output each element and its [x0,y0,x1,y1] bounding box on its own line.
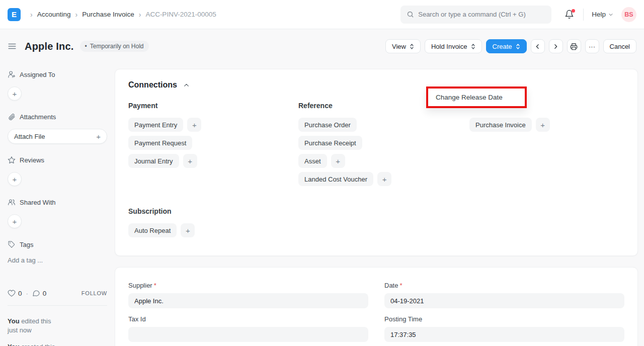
chevron-down-icon [608,12,613,17]
breadcrumb-accounting[interactable]: Accounting [37,11,71,18]
search-input[interactable] [418,11,545,18]
posting-time-label: Posting Time [384,315,422,323]
tag-icon [8,240,16,248]
supplier-field: Supplier* [128,282,368,308]
attach-file-label: Attach File [14,133,45,140]
payment-request-link[interactable]: Payment Request [128,136,192,150]
search-icon [407,11,414,18]
view-button[interactable]: View [385,39,421,53]
change-release-date-menu-item[interactable]: Change Release Date [428,94,525,101]
form-grid: Supplier* Tax Id Due Date [128,282,624,346]
global-search[interactable] [400,6,551,24]
assigned-to-section: Assigned To + [8,70,107,101]
connections-section-toggle[interactable]: Connections [128,80,624,90]
form-column-left: Supplier* Tax Id Due Date [128,282,368,346]
created-history-entry: You created this 16 minutes ago [8,342,107,346]
connections-grid: Payment Payment Entry + Payment Request … [128,102,624,190]
auto-repeat-link[interactable]: Auto Repeat [128,223,177,237]
follow-button[interactable]: FOLLOW [82,290,107,296]
printer-icon [570,43,578,50]
chevron-right-icon: › [139,11,141,19]
chevron-right-icon [552,43,559,50]
add-share-button[interactable]: + [8,214,22,228]
users-icon [8,198,16,206]
history-action: created this [21,343,55,346]
ellipsis-icon: ··· [589,43,595,50]
select-chevrons-icon [410,43,414,50]
asset-link[interactable]: Asset [298,154,327,168]
page-body: Apple Inc. • Temporarily on Hold View Ho… [0,29,644,346]
comment-icon[interactable] [32,289,40,297]
reviews-label: Reviews [20,156,44,164]
attachments-section: Attachments Attach File + [8,113,107,144]
print-button[interactable] [567,39,581,53]
journal-entry-plus-button[interactable]: + [183,154,197,168]
heart-icon[interactable] [8,289,16,297]
add-tag-input[interactable]: Add a tag ... [8,256,107,264]
journal-entry-link[interactable]: Journal Entry [128,154,179,168]
payment-entry-plus-button[interactable]: + [187,118,201,132]
create-button[interactable]: Create [486,39,527,53]
divider [8,305,107,306]
content-row: Assigned To + Attachments Attach File + … [0,60,644,346]
chevron-up-icon [183,82,190,89]
supplier-input[interactable] [128,293,368,308]
invoice-details-card: Supplier* Tax Id Due Date [115,267,638,346]
asset-plus-button[interactable]: + [331,154,345,168]
edited-history-entry: You edited this just now [8,317,107,335]
purchase-receipt-link[interactable]: Purchase Receipt [298,136,362,150]
posting-time-input[interactable] [384,327,624,342]
next-document-button[interactable] [549,39,563,53]
plus-icon: + [96,132,101,141]
add-review-button[interactable]: + [8,172,22,186]
posting-time-field: Posting Time America/Adak [384,315,624,346]
payment-entry-link[interactable]: Payment Entry [128,118,183,132]
add-assignment-button[interactable]: + [8,86,22,101]
erpnext-logo-icon[interactable]: E [8,8,21,21]
purchase-invoice-link[interactable]: Purchase Invoice [469,118,532,132]
required-asterisk: * [399,282,402,289]
date-input[interactable] [384,293,624,308]
help-menu[interactable]: Help [592,11,613,18]
create-label: Create [493,43,512,50]
menu-ellipsis-button[interactable]: ··· [585,39,599,53]
attach-file-button[interactable]: Attach File + [8,129,107,144]
comments-count: 0 [43,290,47,297]
payment-group: Payment Payment Entry + Payment Request … [128,102,298,190]
select-chevrons-icon [516,43,520,50]
reviews-section: Reviews + [8,156,107,186]
view-label: View [392,43,406,50]
purchase-invoice-plus-button[interactable]: + [536,118,550,132]
notifications-button[interactable] [565,10,574,19]
breadcrumb-purchase-invoice[interactable]: Purchase Invoice [82,11,134,18]
cancel-label: Cancel [610,43,630,50]
history-action: edited this [21,317,51,325]
form-sidebar: Assigned To + Attachments Attach File + … [0,60,107,346]
required-asterisk: * [154,282,156,289]
history-when: just now [8,326,107,335]
landed-cost-voucher-plus-button[interactable]: + [377,172,391,186]
cancel-button[interactable]: Cancel [603,39,636,53]
sidebar-toggle-icon[interactable] [8,42,17,51]
chevron-right-icon: › [75,11,77,19]
likes-row: 0 · 0 FOLLOW [8,289,107,297]
badge-dot: • [85,43,87,50]
notification-dot [572,9,575,13]
divider [583,9,584,21]
landed-cost-voucher-link[interactable]: Landed Cost Voucher [298,172,373,186]
page-title: Apple Inc. [25,41,74,52]
date-label: Date [384,282,398,289]
hold-invoice-button[interactable]: Hold Invoice [425,39,482,53]
user-avatar[interactable]: BS [621,7,636,22]
purchase-order-link[interactable]: Purchase Order [298,118,357,132]
attachments-label: Attachments [20,113,56,121]
shared-with-section: Shared With + [8,198,107,228]
tags-label: Tags [20,241,33,248]
breadcrumb-document-id[interactable]: ACC-PINV-2021-00005 [145,11,216,18]
subscription-group-label: Subscription [128,207,624,215]
chevron-left-icon [534,43,541,50]
reference-group: Reference Purchase Order Purchase Receip… [298,102,469,190]
tax-id-input[interactable] [128,327,368,342]
previous-document-button[interactable] [531,39,545,53]
auto-repeat-plus-button[interactable]: + [181,223,195,237]
